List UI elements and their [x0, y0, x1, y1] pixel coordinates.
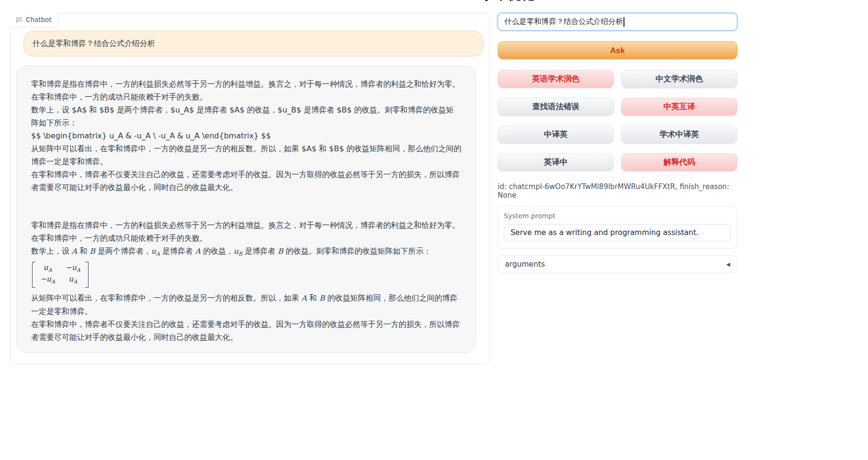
math-var: B: [89, 247, 95, 256]
chatbot-label-text: Chatbot: [26, 16, 52, 23]
button-find-grammar-errors[interactable]: 查找语法错误: [498, 98, 614, 116]
bot-raw-paragraph: 零和博弈是指在博弈中，一方的利益损失必然等于另一方的利益增益。换言之，对于每一种…: [31, 78, 461, 103]
chatbot-panel: Chatbot 什么是零和博弈？结合公式介绍分析 零和博弈是指在博弈中，一方的利…: [10, 13, 490, 364]
question-input-value: 什么是零和博弈？结合公式介绍分析: [504, 17, 623, 27]
page-title: ChatGPT 学术优化: [412, 0, 536, 4]
quick-action-grid: 英语学术润色 中文学术润色 查找语法错误 中英互译 中译英 学术中译英 英译中 …: [498, 70, 737, 171]
chatbot-label: Chatbot: [10, 13, 58, 27]
matrix-cell: −uA: [40, 275, 55, 286]
math-var: B: [319, 294, 324, 303]
text-run: 的收益。则零和博弈的收益矩阵如下所示：: [283, 247, 431, 256]
bot-raw-paragraph: 数学上，设 $A$ 和 $B$ 是两个博弈者，$u_A$ 是博弈者 $A$ 的收…: [31, 103, 461, 129]
bot-rendered-paragraph: 数学上，设 A 和 B 是两个博弈者，uA 是博弈者 A 的收益，uB 是博弈者…: [31, 245, 461, 260]
button-academic-zh-to-en[interactable]: 学术中译英: [621, 125, 737, 144]
matrix-cell: −uA: [66, 263, 80, 275]
response-status-line: id: chatcmpl-6wOo7KrYTwMl89lbrMWRu4UkFFX…: [498, 182, 737, 200]
button-english-academic-polish[interactable]: 英语学术润色: [498, 70, 614, 88]
matrix-right-bracket: [85, 262, 89, 288]
ask-button[interactable]: Ask: [498, 41, 737, 59]
bot-answer-raw: 零和博弈是指在博弈中，一方的利益损失必然等于另一方的利益增益。换言之，对于每一种…: [31, 78, 461, 194]
math-var: A: [301, 294, 307, 303]
chat-bubble-icon: [15, 16, 22, 23]
button-zh-en-mutual-translate[interactable]: 中英互译: [621, 98, 737, 116]
system-prompt-value: Serve me as a writing and programming as…: [511, 228, 699, 237]
text-run: 是博弈者: [242, 247, 278, 256]
question-input[interactable]: 什么是零和博弈？结合公式介绍分析: [498, 13, 737, 31]
system-prompt-label: System prompt: [504, 212, 731, 220]
button-chinese-academic-polish[interactable]: 中文学术润色: [621, 70, 737, 88]
text-run: 数学上，设: [31, 247, 72, 256]
user-message-text: 什么是零和博弈？结合公式介绍分析: [33, 39, 155, 49]
matrix-cell: uA: [40, 263, 55, 275]
text-run: 的收益，: [200, 247, 234, 256]
system-prompt-group: System prompt Serve me as a writing and …: [498, 206, 737, 248]
button-explain-code[interactable]: 解释代码: [621, 153, 737, 171]
bot-raw-paragraph: 在零和博弈中，博弈者不仅要关注自己的收益，还需要考虑对手的收益。因为一方取得的收…: [31, 168, 461, 194]
control-panel: 什么是零和博弈？结合公式介绍分析 Ask 英语学术润色 中文学术润色 查找语法错…: [498, 13, 737, 273]
message-list: 什么是零和博弈？结合公式介绍分析 零和博弈是指在博弈中，一方的利益损失必然等于另…: [11, 13, 490, 353]
text-run: 和: [307, 293, 319, 303]
user-message-bubble: 什么是零和博弈？结合公式介绍分析: [23, 31, 484, 56]
arguments-accordion-label: arguments: [505, 260, 545, 269]
matrix-left-bracket: [32, 262, 35, 288]
bot-rendered-paragraph: 在零和博弈中，博弈者不仅要关注自己的收益，还需要考虑对手的收益。因为一方取得的收…: [31, 318, 461, 344]
text-caret: [623, 17, 624, 27]
text-run: 从矩阵中可以看出，在零和博弈中，一方的收益是另一方的相反数。所以，如果: [31, 293, 301, 303]
text-run: 是两个博弈者，: [95, 247, 151, 256]
bot-answer-rendered: 零和博弈是指在博弈中，一方的利益损失必然等于另一方的利益增益。换言之，对于每一种…: [31, 219, 461, 344]
bot-rendered-paragraph: 零和博弈是指在博弈中，一方的利益损失必然等于另一方的利益增益。换言之，对于每一种…: [31, 219, 461, 245]
collapse-arrow-icon: ◀: [726, 261, 730, 268]
math-var: A: [195, 247, 200, 256]
text-run: 和: [77, 247, 89, 256]
button-en-to-zh[interactable]: 英译中: [498, 153, 614, 171]
bot-message-bubble: 零和博弈是指在博弈中，一方的利益损失必然等于另一方的利益增益。换言之，对于每一种…: [16, 66, 476, 353]
bot-raw-paragraph: 从矩阵中可以看出，在零和博弈中，一方的收益是另一方的相反数。所以，如果 $A$ …: [31, 142, 461, 168]
math-var: A: [72, 247, 77, 256]
button-zh-to-en[interactable]: 中译英: [498, 125, 614, 144]
math-var: uA: [151, 247, 160, 256]
math-var: B: [278, 247, 283, 256]
math-var: uB: [234, 247, 242, 256]
page-title-clipped: ChatGPT 学术优化: [412, 0, 536, 4]
matrix-cell: uA: [66, 275, 80, 286]
arguments-accordion-header[interactable]: arguments ◀: [498, 255, 737, 273]
payoff-matrix: uA −uA −uA uA: [32, 262, 89, 288]
bot-rendered-paragraph: 从矩阵中可以看出，在零和博弈中，一方的收益是另一方的相反数。所以，如果 A 和 …: [31, 292, 461, 318]
system-prompt-input[interactable]: Serve me as a writing and programming as…: [504, 224, 731, 241]
text-run: 是博弈者: [160, 247, 195, 256]
bot-raw-latex-line: $$ \begin{bmatrix} u_A & -u_A \ -u_A & u…: [31, 129, 461, 142]
